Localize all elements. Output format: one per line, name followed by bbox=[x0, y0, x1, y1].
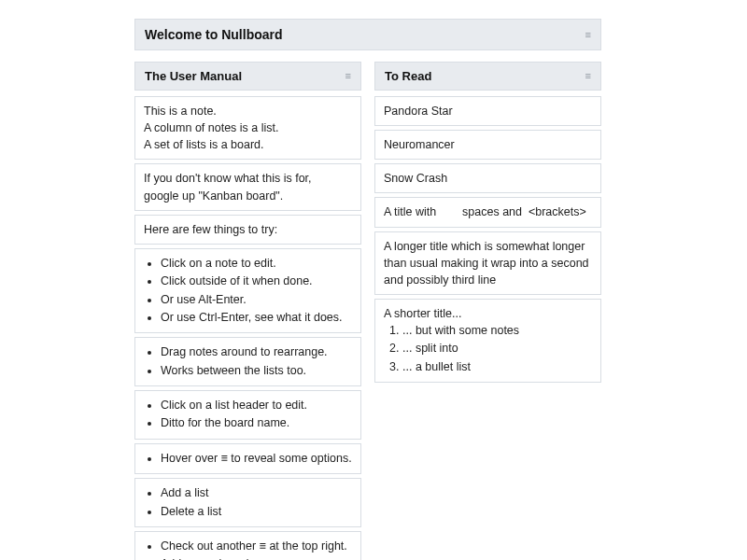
note-bullet-item: Check out another ≡ at the top right. bbox=[161, 538, 352, 555]
note[interactable]: Check out another ≡ at the top right.Add… bbox=[134, 531, 361, 560]
note[interactable]: If you don't know what this is for, goog… bbox=[134, 163, 361, 210]
note-bullet-item: Add a list bbox=[161, 484, 352, 502]
note-bullets: Check out another ≡ at the top right.Add… bbox=[144, 538, 352, 560]
board-menu-icon[interactable]: ≡ bbox=[585, 30, 591, 40]
note-text: Snow Crash bbox=[384, 170, 592, 187]
note-bullet-item: Works between the lists too. bbox=[161, 362, 352, 380]
note[interactable]: Here are few things to try: bbox=[134, 215, 361, 245]
note[interactable]: Pandora Star bbox=[374, 96, 601, 126]
list-header[interactable]: The User Manual ≡ bbox=[134, 62, 361, 91]
note-bullet-item: Or use Alt-Enter. bbox=[161, 291, 352, 309]
note-bullets: Click on a list header to edit.Ditto for… bbox=[144, 397, 352, 433]
note-numbered-item: ... but with some notes bbox=[402, 322, 592, 340]
note-bullets: Click on a note to edit.Click outside of… bbox=[144, 255, 352, 328]
note-bullet-item: Ditto for the board name. bbox=[161, 414, 352, 432]
note-numbered: ... but with some notes... split into...… bbox=[384, 322, 592, 376]
note-bullets: Drag notes around to rearrange.Works bet… bbox=[144, 343, 352, 380]
note-bullet-item: Click outside of it when done. bbox=[161, 273, 352, 290]
note[interactable]: Drag notes around to rearrange.Works bet… bbox=[134, 337, 361, 386]
note-bullet-item: Click on a list header to edit. bbox=[161, 397, 352, 414]
list-menu-icon[interactable]: ≡ bbox=[345, 71, 351, 81]
note-numbered-item: ... a bullet list bbox=[402, 358, 592, 376]
list-notes: This is a note. A column of notes is a l… bbox=[134, 96, 361, 560]
note-bullet-item: Add a new board bbox=[161, 555, 352, 560]
note-numbered-item: ... split into bbox=[402, 340, 592, 357]
note[interactable]: Click on a note to edit.Click outside of… bbox=[134, 248, 361, 334]
note-bullet-item: Delete a list bbox=[161, 503, 352, 521]
note-bullets: Hover over ≡ to reveal some options. bbox=[144, 450, 352, 468]
note[interactable]: Click on a list header to edit.Ditto for… bbox=[134, 390, 361, 440]
note-bullet-item: Drag notes around to rearrange. bbox=[161, 343, 352, 361]
note-text: Here are few things to try: bbox=[144, 221, 352, 238]
list-title[interactable]: The User Manual bbox=[145, 69, 242, 83]
note[interactable]: Hover over ≡ to reveal some options. bbox=[134, 443, 361, 474]
list-title[interactable]: To Read bbox=[385, 69, 431, 83]
note[interactable]: This is a note. A column of notes is a l… bbox=[134, 96, 361, 160]
board-header[interactable]: Welcome to Nullboard ≡ bbox=[134, 19, 601, 50]
note[interactable]: A longer title which is somewhat longer … bbox=[374, 231, 601, 295]
note-bullet-item: Click on a note to edit. bbox=[161, 255, 352, 273]
note-bullet-item: Hover over ≡ to reveal some options. bbox=[161, 450, 352, 468]
note[interactable]: Add a listDelete a list bbox=[134, 478, 361, 527]
board-title[interactable]: Welcome to Nullboard bbox=[145, 27, 283, 42]
note[interactable]: A title with spaces and <brackets> bbox=[374, 197, 601, 227]
note-text: A title with spaces and <brackets> bbox=[384, 203, 592, 220]
note[interactable]: Neuromancer bbox=[374, 130, 601, 160]
list-user-manual: The User Manual ≡ This is a note. A colu… bbox=[134, 62, 361, 560]
list-notes: Pandora StarNeuromancerSnow CrashA title… bbox=[374, 96, 601, 383]
note-lead: A shorter title... bbox=[384, 305, 592, 322]
note[interactable]: Snow Crash bbox=[374, 163, 601, 193]
list-menu-icon[interactable]: ≡ bbox=[585, 71, 591, 81]
note-text: This is a note. A column of notes is a l… bbox=[144, 103, 352, 153]
note-text: Neuromancer bbox=[384, 136, 592, 153]
lists-row: The User Manual ≡ This is a note. A colu… bbox=[134, 62, 601, 560]
note-bullets: Add a listDelete a list bbox=[144, 484, 352, 521]
list-header[interactable]: To Read ≡ bbox=[374, 62, 601, 91]
note[interactable]: A shorter title...... but with some note… bbox=[374, 299, 601, 383]
note-bullet-item: Or use Ctrl-Enter, see what it does. bbox=[161, 309, 352, 327]
list-to-read: To Read ≡ Pandora StarNeuromancerSnow Cr… bbox=[374, 62, 601, 386]
note-text: A longer title which is somewhat longer … bbox=[384, 238, 592, 288]
note-text: If you don't know what this is for, goog… bbox=[144, 170, 352, 203]
note-text: Pandora Star bbox=[384, 103, 592, 119]
board: Welcome to Nullboard ≡ The User Manual ≡… bbox=[134, 19, 601, 560]
